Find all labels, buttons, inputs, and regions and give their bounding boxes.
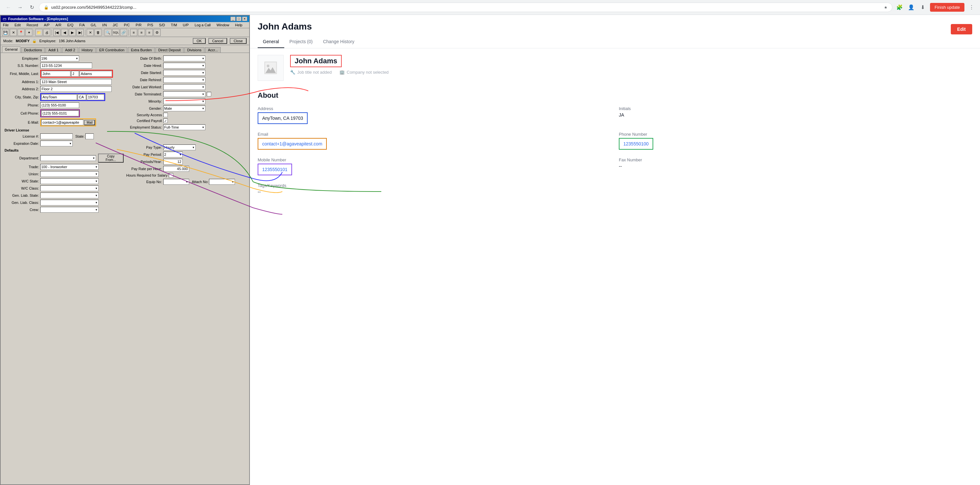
toolbar-last[interactable]: ▶| (76, 29, 84, 36)
toolbar-delete[interactable]: ✕ (87, 29, 94, 36)
toolbar-btn-6[interactable]: 🖨 (43, 29, 50, 36)
maximize-button[interactable]: □ (236, 16, 242, 21)
toolbar-btn-4[interactable]: ✦ (25, 29, 32, 36)
periods-year-input[interactable] (163, 159, 183, 164)
toolbar-list2[interactable]: ≡ (138, 29, 145, 36)
menu-tm[interactable]: T/M (170, 23, 178, 27)
copy-from-button[interactable]: Copy From... (98, 153, 124, 163)
toolbar-sql[interactable]: SQL (112, 29, 119, 36)
tab-direct-deposit[interactable]: Direct Deposit (156, 47, 184, 53)
last-worked-dropdown[interactable]: ▼ (163, 84, 205, 90)
zip-input[interactable] (87, 94, 104, 100)
menu-help[interactable]: Help (234, 23, 243, 27)
toolbar-btn-5[interactable]: 📁 (35, 29, 43, 36)
minimize-button[interactable]: _ (231, 16, 235, 21)
menu-window[interactable]: Window (215, 23, 230, 27)
procore-tab-projects[interactable]: Projects (0) (284, 36, 318, 48)
ok-button[interactable]: OK (193, 38, 206, 44)
menu-fa[interactable]: F/A (78, 23, 86, 27)
certified-checkbox[interactable]: ✓ (163, 118, 168, 123)
addr1-input[interactable] (40, 79, 111, 85)
trade-dropdown[interactable]: 100 - Ironworker ▼ (40, 164, 99, 170)
menu-sd[interactable]: S/D (158, 23, 166, 27)
toolbar-list4[interactable]: ⚙ (153, 29, 161, 36)
dob-dropdown[interactable]: ▼ (163, 56, 205, 61)
started-dropdown[interactable]: ▼ (163, 70, 205, 76)
tab-er-contribution[interactable]: ER Contribution (96, 47, 127, 53)
tab-general[interactable]: General (2, 46, 21, 53)
employment-dropdown[interactable]: Full-Time ▼ (163, 124, 205, 130)
menu-ap[interactable]: A/P (43, 23, 51, 27)
attach-dropdown[interactable]: ▼ (209, 179, 235, 185)
pay-period-dropdown[interactable]: 2 ▼ (163, 152, 183, 158)
tab-addl2[interactable]: Addl 2 (62, 47, 78, 53)
menu-ar[interactable]: A/R (54, 23, 62, 27)
gender-dropdown[interactable]: Male ▼ (163, 105, 205, 111)
menu-pc[interactable]: P/C (123, 23, 131, 27)
email-input[interactable] (41, 120, 83, 125)
wc-state-dropdown[interactable]: ▼ (40, 178, 99, 184)
menu-ps[interactable]: P/S (146, 23, 154, 27)
expiration-dropdown[interactable]: ▼ (40, 140, 73, 147)
toolbar-first[interactable]: |◀ (53, 29, 60, 36)
procore-tab-change-history[interactable]: Change History (318, 36, 360, 48)
toolbar-btn-2[interactable]: ✕ (10, 29, 17, 36)
pay-rate-input[interactable] (163, 166, 189, 172)
tab-accrual[interactable]: Accr... (205, 47, 221, 53)
menu-pr[interactable]: P/R (135, 23, 142, 27)
extensions-button[interactable]: 🧩 (895, 3, 904, 12)
gen-liab-class-dropdown[interactable]: ▼ (40, 199, 99, 206)
employee-dropdown[interactable]: 196 ▼ (40, 56, 79, 61)
url-bar[interactable]: 🔒 us02.procore.com/562949953442223/comp.… (39, 3, 892, 12)
menu-jc[interactable]: J/C (111, 23, 119, 27)
city-input[interactable] (41, 94, 77, 100)
dept-dropdown[interactable]: ▼ (40, 155, 96, 161)
tab-addl1[interactable]: Addl 1 (45, 47, 61, 53)
menu-file[interactable]: File (2, 23, 10, 27)
download-button[interactable]: ⬇ (918, 3, 928, 12)
lic-state-input[interactable] (85, 133, 94, 139)
menu-eq[interactable]: E/Q (66, 23, 74, 27)
rehired-dropdown[interactable]: ▼ (163, 77, 205, 83)
mobile-value[interactable]: 1235550101 (262, 167, 288, 172)
phone-input[interactable] (40, 102, 79, 108)
crew-dropdown[interactable]: ▼ (40, 207, 99, 213)
tab-history[interactable]: History (79, 47, 96, 53)
menu-in[interactable]: I/N (101, 23, 108, 27)
procore-edit-button[interactable]: Edit (951, 24, 972, 34)
toolbar-list1[interactable]: ≡ (130, 29, 137, 36)
union-dropdown[interactable]: ▼ (40, 171, 99, 177)
wc-class-dropdown[interactable]: ▼ (40, 185, 99, 191)
toolbar-btn-3[interactable]: 📍 (18, 29, 25, 36)
state-input[interactable] (78, 94, 86, 100)
hours-salary-checkbox[interactable] (169, 173, 173, 177)
middle-name-input[interactable] (71, 71, 79, 77)
toolbar-search[interactable]: 🔍 (105, 29, 111, 36)
menu-record[interactable]: Record (25, 23, 39, 27)
procore-tab-general[interactable]: General (258, 36, 284, 48)
toolbar-btn-1[interactable]: 💾 (2, 29, 9, 36)
about-email-value[interactable]: contact+1@agaveapitest.com (262, 141, 322, 147)
terminated-dropdown[interactable]: ▼ (163, 91, 205, 97)
menu-log-call[interactable]: Log a Call (194, 23, 212, 27)
tab-deductions[interactable]: Deductions (21, 47, 45, 53)
toolbar-prev[interactable]: ◀ (61, 29, 68, 36)
addr2-input[interactable] (40, 86, 111, 92)
toolbar-next[interactable]: ▶ (69, 29, 76, 36)
toolbar-link[interactable]: 🔗 (120, 29, 127, 36)
profile-button[interactable]: 👤 (907, 3, 916, 12)
hired-dropdown[interactable]: ▼ (163, 63, 205, 69)
menu-button[interactable]: ⋮ (967, 3, 976, 12)
menu-gl[interactable]: G/L (89, 23, 97, 27)
terminated-checkbox[interactable] (207, 92, 211, 96)
forward-button[interactable]: → (16, 3, 25, 12)
minority-dropdown[interactable]: ▼ (163, 98, 205, 104)
close-button[interactable]: Close (230, 38, 247, 44)
toolbar-list3[interactable]: ≡ (146, 29, 153, 36)
pay-type-dropdown[interactable]: Hourly ▼ (163, 144, 196, 150)
close-window-button[interactable]: ✕ (242, 16, 247, 21)
menu-up[interactable]: U/P (182, 23, 189, 27)
security-checkbox[interactable] (163, 113, 168, 117)
license-input[interactable] (40, 133, 73, 139)
cell-input[interactable] (41, 110, 79, 116)
